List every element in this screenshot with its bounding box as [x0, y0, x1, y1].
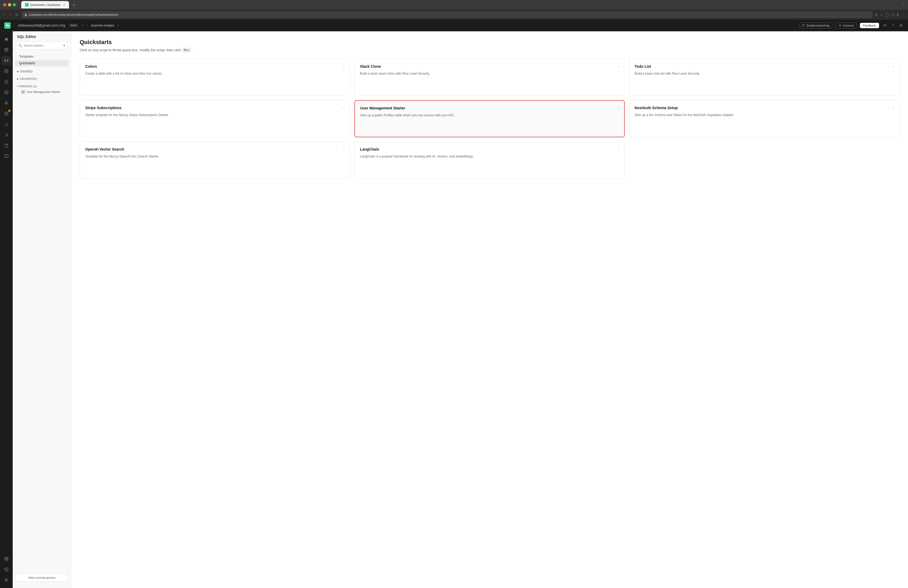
active-browser-tab[interactable]: Quickstarts | Supabase ✕: [21, 1, 69, 8]
org-name[interactable]: ishibusiness58@gmail.com's Org: [18, 24, 65, 27]
connect-button[interactable]: Connect: [836, 23, 857, 28]
quickstart-card-nextauth-schema-setup[interactable]: NextAuth Schema Setup › Sets up a the Sc…: [629, 100, 900, 137]
browser-addressbar: ‹ › ↻ 🔒 supabase.com/dashboard/project/z…: [0, 10, 908, 20]
enable-branching-button[interactable]: Enable branching: [799, 23, 832, 28]
svg-point-5: [5, 112, 8, 115]
mail-icon[interactable]: ✉: [882, 22, 887, 29]
sidebar-item-sql-editor[interactable]: [2, 56, 11, 65]
private-section-header[interactable]: ▾ PRIVATE (1): [13, 84, 71, 89]
branching-icon: [802, 24, 805, 27]
card-title: Todo List: [634, 64, 651, 69]
sidebar-item-logs[interactable]: [2, 130, 11, 140]
quickstart-card-openai-vector-search[interactable]: OpenAI Vector Search › Template for the …: [80, 142, 350, 179]
help-icon[interactable]: ?: [891, 22, 895, 29]
description-suffix: .: [192, 48, 193, 52]
nav-separator-1: /: [14, 23, 15, 27]
card-description: Sets up a the Schema and Tables for the …: [634, 113, 894, 118]
org-badge: Free: [69, 24, 78, 27]
svg-point-2: [5, 69, 8, 70]
connect-label: Connect: [843, 24, 854, 27]
sidebar-item-storage[interactable]: [2, 88, 11, 97]
svg-point-6: [6, 113, 7, 114]
search-bar[interactable]: 🔍 +: [16, 42, 68, 49]
browser-menu-icon[interactable]: ⋮: [901, 3, 905, 7]
sidebar-item-realtime[interactable]: [2, 109, 11, 118]
card-description: LangChain is a popular framework for wor…: [360, 154, 620, 159]
card-arrow-icon: ›: [893, 64, 894, 69]
svg-point-20: [6, 578, 7, 580]
sidebar-item-table-editor[interactable]: [2, 45, 11, 55]
sidebar-item-user-profile[interactable]: [2, 575, 11, 585]
bookmark-icon[interactable]: ☆: [880, 13, 883, 17]
refresh-button[interactable]: ↻: [14, 11, 19, 18]
card-title: Slack Clone: [360, 64, 381, 69]
browser-action-buttons: ⊡ ☆ ◯ ⬡ ⬇ ⋮: [875, 13, 905, 17]
back-button[interactable]: ‹: [3, 11, 6, 18]
profile-icon[interactable]: ◯: [885, 13, 889, 17]
favorites-section-header[interactable]: ▶ FAVORITES: [13, 76, 71, 82]
sidebar-item-auth[interactable]: [2, 77, 11, 87]
view-running-queries-button[interactable]: View running queries: [16, 574, 68, 582]
quickstart-card-colors[interactable]: Colors › Create a table with a list of c…: [80, 59, 350, 96]
address-bar[interactable]: 🔒 supabase.com/dashboard/project/zlzxjtl…: [21, 11, 873, 18]
supabase-logo[interactable]: [4, 22, 11, 29]
sidebar-sub-user-management[interactable]: ≡ User Management Starter: [13, 89, 71, 95]
shared-section-header[interactable]: ▶ SHARED: [13, 69, 71, 74]
download-icon[interactable]: ⬇: [896, 13, 899, 17]
feedback-label: Feedback: [863, 24, 876, 27]
icon-sidebar: [0, 31, 13, 588]
sidebar-item-advisors[interactable]: [2, 151, 11, 161]
sidebar-item-api-docs[interactable]: [2, 141, 11, 150]
sidebar-item-functions[interactable]: [2, 98, 11, 108]
card-arrow-icon: ›: [893, 106, 894, 110]
add-query-button[interactable]: +: [62, 43, 66, 48]
sidebar-item-database[interactable]: [2, 66, 11, 76]
minimize-window-button[interactable]: [8, 3, 11, 6]
description-prefix: Click on any script to fill the query bo…: [80, 48, 181, 52]
browser-menu-dots[interactable]: ⋮: [902, 13, 905, 17]
card-arrow-icon: ›: [618, 64, 620, 69]
shared-chevron-icon: ▶: [17, 70, 19, 73]
translate-icon[interactable]: ⊡: [875, 13, 878, 17]
close-window-button[interactable]: [3, 3, 6, 6]
sidebar-item-settings[interactable]: [2, 554, 11, 564]
svg-rect-1: [5, 48, 8, 52]
quickstart-card-langchain[interactable]: LangChain › LangChain is a popular frame…: [354, 142, 625, 179]
enable-branching-label: Enable branching: [807, 24, 829, 27]
settings-nav-icon[interactable]: ⚙: [898, 22, 904, 29]
tab-close-button[interactable]: ✕: [63, 3, 65, 6]
card-description: Sets up a public Profiles table which yo…: [360, 113, 619, 118]
card-header: User Management Starter ›: [360, 106, 619, 110]
browser-topbar: Quickstarts | Supabase ✕ ＋ ⋮: [0, 0, 908, 10]
quickstart-card-todo-list[interactable]: Todo List › Build a basic todo list with…: [629, 59, 900, 96]
nav-separator-2: /: [87, 23, 88, 27]
quickstart-card-user-management-starter[interactable]: User Management Starter › Sets up a publ…: [354, 100, 625, 137]
card-description: Build a basic slack clone with Row Level…: [360, 71, 620, 76]
svg-marker-4: [5, 101, 8, 105]
app-container: / ishibusiness58@gmail.com's Org Free ▾ …: [0, 20, 908, 588]
new-tab-button[interactable]: ＋: [70, 2, 77, 8]
favorites-chevron-icon: ▶: [17, 77, 19, 80]
forward-button[interactable]: ›: [9, 11, 12, 18]
sidebar-item-home[interactable]: [2, 34, 11, 44]
sidebar-nav-templates[interactable]: Templates: [15, 53, 69, 60]
quickstart-card-stripe-subscriptions[interactable]: Stripe Subscriptions › Starter template …: [80, 100, 350, 137]
project-name[interactable]: nozomis-recipes: [91, 24, 114, 27]
extensions-icon[interactable]: ⬡: [891, 13, 894, 17]
tab-favicon: [25, 3, 29, 6]
feedback-button[interactable]: Feedback: [860, 23, 879, 28]
url-text: supabase.com/dashboard/project/zlzxjtlex…: [29, 13, 118, 16]
nav-right-actions: Enable branching Connect Feedback ✉ ? ⚙: [799, 22, 904, 29]
card-description: Template for the Next.js OpenAI Doc Sear…: [85, 154, 345, 159]
sidebar-nav-quickstarts[interactable]: Quickstarts: [15, 60, 69, 66]
search-input[interactable]: [24, 44, 60, 47]
quickstart-card-slack-clone[interactable]: Slack Clone › Build a basic slack clone …: [354, 59, 625, 96]
sidebar-item-reports[interactable]: [2, 119, 11, 129]
maximize-window-button[interactable]: [13, 3, 16, 6]
private-chevron-icon: ▾: [17, 85, 18, 88]
page-title: Quickstarts: [80, 39, 900, 46]
sidebar-item-integrations[interactable]: [2, 565, 11, 574]
card-header: OpenAI Vector Search ›: [85, 147, 345, 151]
card-arrow-icon: ›: [618, 147, 620, 151]
card-arrow-icon: ›: [343, 106, 345, 110]
